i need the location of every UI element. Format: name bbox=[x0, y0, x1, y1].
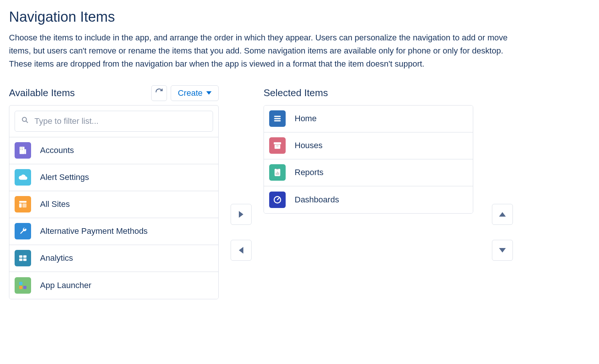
filter-field[interactable] bbox=[15, 111, 213, 132]
wrench-icon bbox=[15, 223, 31, 239]
chevron-down-icon bbox=[206, 91, 212, 95]
list-item-label: Alternative Payment Methods bbox=[40, 226, 148, 236]
move-left-button[interactable] bbox=[231, 240, 252, 261]
selected-listbox: HomeHousesReportsDashboards bbox=[264, 105, 473, 214]
list-item[interactable]: Alert Settings bbox=[9, 164, 218, 191]
svg-rect-16 bbox=[23, 282, 27, 285]
move-up-button[interactable] bbox=[492, 204, 513, 225]
chevron-right-icon bbox=[239, 211, 243, 218]
clipchart-icon bbox=[269, 164, 286, 181]
gauge-icon bbox=[269, 192, 286, 208]
svg-rect-12 bbox=[23, 255, 27, 258]
refresh-icon bbox=[155, 88, 163, 98]
lines-icon bbox=[269, 110, 286, 127]
list-item-label: Alert Settings bbox=[40, 172, 89, 182]
list-item[interactable]: Dashboards bbox=[264, 186, 473, 213]
grid4-icon bbox=[15, 277, 31, 294]
building-icon bbox=[15, 142, 31, 159]
svg-rect-18 bbox=[23, 286, 27, 289]
svg-line-1 bbox=[26, 121, 28, 123]
svg-rect-9 bbox=[19, 204, 22, 208]
svg-rect-23 bbox=[274, 145, 280, 149]
list-item[interactable]: Houses bbox=[264, 132, 473, 159]
svg-rect-11 bbox=[19, 255, 22, 258]
list-item[interactable]: Reports bbox=[264, 159, 473, 186]
svg-rect-10 bbox=[22, 204, 27, 208]
available-listbox: AccountsAlert SettingsAll SitesAlternati… bbox=[9, 105, 219, 299]
filter-input[interactable] bbox=[34, 116, 207, 126]
search-icon bbox=[21, 116, 29, 126]
list-item-label: Analytics bbox=[40, 253, 73, 263]
svg-rect-27 bbox=[276, 173, 277, 175]
cloud-icon bbox=[15, 169, 31, 186]
svg-rect-17 bbox=[19, 286, 22, 289]
chevron-left-icon bbox=[239, 247, 243, 254]
list-item[interactable]: Analytics bbox=[9, 245, 218, 272]
list-item[interactable]: Alternative Payment Methods bbox=[9, 218, 218, 245]
svg-rect-29 bbox=[278, 172, 279, 175]
list-item-label: App Launcher bbox=[40, 281, 91, 290]
chevron-up-icon bbox=[499, 212, 506, 217]
list-item-label: Reports bbox=[295, 168, 323, 177]
svg-rect-19 bbox=[274, 116, 280, 117]
svg-rect-3 bbox=[24, 149, 26, 154]
list-item[interactable]: All Sites bbox=[9, 191, 218, 218]
move-down-button[interactable] bbox=[492, 240, 513, 261]
svg-rect-24 bbox=[276, 146, 279, 146]
svg-rect-22 bbox=[274, 142, 281, 144]
svg-rect-21 bbox=[274, 120, 280, 121]
svg-rect-7 bbox=[22, 149, 23, 150]
svg-rect-28 bbox=[277, 172, 278, 175]
list-item[interactable]: Accounts bbox=[9, 137, 218, 164]
svg-rect-8 bbox=[19, 201, 27, 202]
svg-rect-4 bbox=[21, 147, 21, 148]
svg-rect-5 bbox=[22, 147, 23, 148]
page-title: Navigation Items bbox=[9, 9, 590, 25]
selected-title: Selected Items bbox=[264, 87, 328, 99]
svg-rect-13 bbox=[19, 259, 22, 261]
create-label: Create bbox=[178, 88, 203, 98]
list-item-label: All Sites bbox=[40, 199, 70, 209]
list-item-label: Home bbox=[295, 114, 317, 123]
svg-rect-26 bbox=[276, 168, 279, 169]
svg-rect-15 bbox=[19, 282, 22, 285]
cards-icon bbox=[15, 250, 31, 266]
svg-rect-14 bbox=[23, 259, 27, 261]
list-item[interactable]: App Launcher bbox=[9, 272, 218, 299]
create-button[interactable]: Create bbox=[171, 85, 219, 101]
svg-point-0 bbox=[22, 117, 27, 121]
layout-icon bbox=[15, 196, 31, 212]
list-item-label: Accounts bbox=[40, 146, 74, 155]
refresh-button[interactable] bbox=[151, 85, 167, 101]
move-right-button[interactable] bbox=[231, 204, 252, 225]
svg-rect-20 bbox=[274, 118, 280, 119]
page-description: Choose the items to include in the app, … bbox=[9, 31, 518, 71]
list-item-label: Houses bbox=[295, 141, 323, 150]
list-item-label: Dashboards bbox=[295, 195, 339, 205]
archive-icon bbox=[269, 137, 286, 154]
svg-rect-6 bbox=[21, 149, 21, 150]
chevron-down-icon bbox=[499, 248, 506, 253]
list-item[interactable]: Home bbox=[264, 105, 473, 132]
available-title: Available Items bbox=[9, 87, 75, 99]
